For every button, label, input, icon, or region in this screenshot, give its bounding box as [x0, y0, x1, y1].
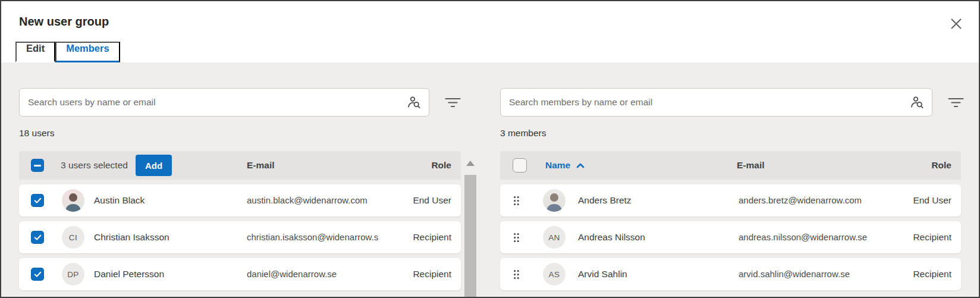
table-row[interactable]: AB Anders Bretz anders.bretz@widenarrow.… [500, 184, 961, 217]
sort-ascending-icon [576, 163, 585, 168]
members-search-input[interactable] [501, 97, 910, 108]
user-name: Christian Isaksson [94, 221, 169, 253]
user-email: christian.isaksson@widenarrow.s [247, 221, 378, 253]
dialog-title: New user group [19, 15, 109, 29]
user-name: Daniel Petersson [94, 258, 164, 290]
user-search-icon [407, 96, 421, 109]
new-user-group-dialog: New user group Edit Members [0, 0, 980, 298]
member-name: Anders Bretz [578, 184, 632, 217]
dialog-header: New user group Edit Members [1, 1, 979, 62]
select-all-checkbox[interactable] [31, 159, 44, 172]
users-panel: 18 users 3 users selected Add E-mail Rol… [19, 62, 477, 297]
members-table: Name E-mail Role [500, 151, 961, 290]
profile-photo [62, 189, 84, 212]
select-all-members-checkbox[interactable] [513, 158, 527, 172]
table-row[interactable]: AS Arvid Sahlin arvid.sahlin@widenarrow.… [500, 258, 961, 290]
avatar-initials: AN [548, 233, 560, 242]
member-role: Recipient [913, 258, 951, 290]
row-checkbox[interactable] [31, 268, 44, 281]
drag-handle-icon[interactable] [513, 269, 520, 280]
indeterminate-icon [34, 165, 41, 167]
table-row[interactable]: CI Christian Isaksson christian.isaksson… [19, 221, 461, 253]
user-role: Recipient [413, 221, 451, 253]
users-table: 3 users selected Add E-mail Role [19, 151, 461, 290]
add-button[interactable]: Add [136, 155, 172, 176]
member-role: End User [913, 184, 951, 217]
users-table-header: 3 users selected Add E-mail Role [19, 151, 461, 180]
avatar: AN [543, 226, 566, 249]
avatar: AS [543, 263, 566, 286]
user-role: End User [413, 184, 451, 217]
user-search-icon [910, 96, 924, 109]
avatar: DP [62, 263, 84, 286]
avatar-initials: AS [549, 270, 560, 279]
member-email: anders.bretz@widenarrow.com [739, 184, 862, 217]
users-search-box [19, 88, 429, 117]
table-row[interactable]: DP Daniel Petersson daniel@widenarrow.se… [19, 258, 461, 290]
member-name: Andreas Nilsson [578, 221, 645, 253]
email-column-header: E-mail [737, 151, 765, 180]
user-name: Austin Black [94, 184, 145, 217]
filter-icon [445, 98, 461, 108]
users-filter-button[interactable] [442, 95, 463, 110]
members-count-label: 3 members [500, 128, 546, 139]
close-button[interactable] [948, 15, 965, 32]
avatar: CI [62, 226, 84, 249]
table-row[interactable]: AB Austin Black austin.black@widenarrow.… [19, 184, 461, 217]
profile-photo [543, 189, 566, 212]
scrollbar-thumb[interactable] [464, 175, 476, 297]
selection-count-label: 3 users selected [61, 151, 128, 180]
email-column-header: E-mail [247, 151, 275, 180]
member-email: andreas.nilsson@widenarrow.se [739, 221, 867, 253]
member-email: arvid.sahlin@widenarrow.se [739, 258, 850, 290]
members-table-header: Name E-mail Role [500, 151, 961, 180]
avatar: AB [62, 189, 84, 212]
tab-edit[interactable]: Edit [15, 42, 55, 62]
users-count-label: 18 users [19, 128, 54, 139]
member-name: Arvid Sahlin [578, 258, 627, 290]
row-checkbox[interactable] [31, 194, 44, 207]
check-icon [34, 271, 42, 278]
member-role: Recipient [913, 221, 951, 253]
members-filter-button[interactable] [946, 95, 966, 110]
user-role: Recipient [413, 258, 451, 290]
name-column-label: Name [545, 151, 570, 180]
avatar-initials: DP [67, 270, 79, 279]
user-email: austin.black@widenarrow.com [247, 184, 368, 217]
scroll-up-icon[interactable] [466, 161, 475, 166]
role-column-header: Role [431, 151, 451, 180]
members-search-box [500, 88, 932, 117]
close-icon [950, 17, 963, 30]
drag-handle-icon[interactable] [513, 233, 520, 243]
dialog-content: 18 users 3 users selected Add E-mail Rol… [1, 62, 979, 297]
tab-bar: Edit Members [15, 42, 120, 62]
role-column-header: Role [931, 151, 951, 180]
avatar: AB [543, 189, 566, 212]
members-panel: 3 members Name E-mail Role [500, 62, 962, 297]
user-email: daniel@widenarrow.se [247, 258, 337, 290]
users-scrollbar[interactable] [464, 151, 476, 297]
drag-handle-icon[interactable] [513, 196, 520, 206]
check-icon [34, 234, 42, 241]
name-column-header-sort[interactable]: Name [545, 151, 585, 180]
table-row[interactable]: AN Andreas Nilsson andreas.nilsson@widen… [500, 221, 961, 253]
users-search-input[interactable] [20, 97, 407, 108]
row-checkbox[interactable] [31, 231, 44, 244]
check-icon [34, 197, 42, 204]
avatar-initials: CI [69, 233, 77, 242]
filter-icon [948, 98, 964, 108]
users-rows: AB Austin Black austin.black@widenarrow.… [19, 184, 461, 290]
members-rows: AB Anders Bretz anders.bretz@widenarrow.… [500, 184, 961, 290]
tab-members[interactable]: Members [55, 42, 120, 62]
